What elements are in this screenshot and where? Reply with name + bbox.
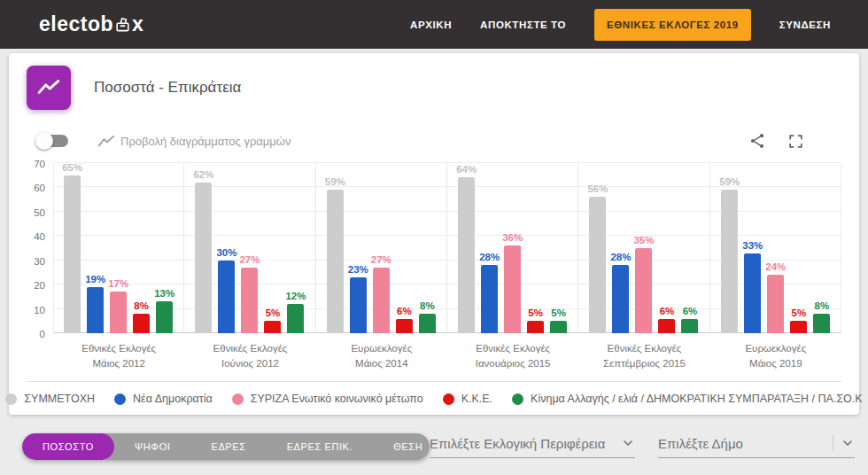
bar-value-label: 28% bbox=[610, 252, 631, 262]
logo-text-prefix: electob bbox=[39, 12, 113, 36]
tab-0[interactable]: ΠΟΣΟΣΤΟ bbox=[22, 433, 114, 460]
ballot-box-icon bbox=[114, 16, 131, 33]
bar-value-label: 59% bbox=[719, 176, 740, 187]
chevron-down-icon bbox=[621, 436, 635, 450]
chart-bar: 8% bbox=[133, 314, 150, 333]
chart-bar: 5% bbox=[264, 321, 281, 333]
chart-bar: 28% bbox=[481, 265, 498, 333]
bar-value-label: 59% bbox=[325, 176, 345, 187]
category-label: Εθνικές Εκλογές Μάιος 2012 bbox=[53, 333, 184, 370]
card-actions bbox=[748, 132, 804, 150]
bar-value-label: 6% bbox=[660, 306, 675, 316]
chart-bar: 6% bbox=[396, 319, 413, 333]
plot-area: 65%19%17%8%13%Εθνικές Εκλογές Μάιος 2012… bbox=[53, 163, 841, 370]
group-bars: 65%19%17%8%13% bbox=[53, 163, 184, 333]
tab-2[interactable]: ΕΔΡΕΣ bbox=[190, 433, 266, 460]
nav-item-3[interactable]: ΣΥΝΔΕΣΗ bbox=[779, 19, 831, 30]
logo[interactable]: electob x bbox=[39, 12, 143, 36]
bar-value-label: 6% bbox=[683, 306, 698, 316]
category-label: Εθνικές Εκλογές Ιανουάριος 2015 bbox=[447, 333, 578, 370]
chart-bar: 13% bbox=[156, 301, 173, 333]
y-axis: 010203040506070 bbox=[27, 163, 53, 333]
line-chart-toggle[interactable] bbox=[35, 132, 69, 150]
y-tick-label: 40 bbox=[34, 231, 45, 242]
filter-select-1[interactable]: Επιλέξτε Δήμο bbox=[658, 435, 855, 458]
chart-bar: 30% bbox=[218, 261, 235, 333]
legend-dot-icon bbox=[5, 393, 17, 405]
group-bars: 59%23%27%6%8% bbox=[316, 163, 447, 333]
legend-dot-icon bbox=[232, 393, 244, 405]
chart-bar: 5% bbox=[790, 321, 807, 333]
chart-bar: 62% bbox=[195, 183, 212, 333]
footer-controls: ΠΟΣΟΣΤΟΨΗΦΟΙΕΔΡΕΣΕΔΡΕΣ ΕΠΙΚ.ΘΕΣΗ Επιλέξτ… bbox=[22, 433, 855, 460]
card-title-row: Ποσοστά - Επικράτεια bbox=[27, 66, 841, 110]
group-bars: 56%28%35%6%6% bbox=[578, 163, 709, 333]
bar-value-label: 17% bbox=[108, 278, 128, 289]
bar-value-label: 5% bbox=[791, 308, 806, 318]
legend-dot-icon bbox=[443, 393, 454, 405]
tab-1[interactable]: ΨΗΦΟΙ bbox=[114, 433, 191, 460]
line-chart-icon bbox=[97, 135, 115, 148]
nav-item-1[interactable]: ΑΠΟΚΤΗΣΤΕ ΤΟ bbox=[480, 19, 566, 30]
legend-item: Νέα Δημοκρατία bbox=[114, 393, 213, 405]
nav-item-2[interactable]: ΕΘΝΙΚΕΣ ΕΚΛΟΓΕΣ 2019 bbox=[594, 9, 751, 41]
tab-4[interactable]: ΘΕΣΗ bbox=[373, 433, 430, 460]
legend-label: Νέα Δημοκρατία bbox=[133, 393, 213, 405]
fullscreen-icon[interactable] bbox=[787, 133, 804, 150]
bar-value-label: 8% bbox=[134, 300, 149, 311]
chart-bar: 36% bbox=[504, 245, 521, 333]
chart-bar: 28% bbox=[612, 265, 629, 333]
line-chart-icon bbox=[27, 66, 71, 110]
bar-value-label: 28% bbox=[479, 252, 500, 262]
chart-card: Ποσοστά - Επικράτεια Προβολή διαγράμματο… bbox=[9, 53, 859, 415]
bar-value-label: 23% bbox=[348, 264, 368, 275]
select-placeholder: Επιλέξτε Δήμο bbox=[658, 436, 824, 451]
bar-value-label: 64% bbox=[456, 164, 477, 175]
category-label: Ευρωεκλογές Μάιος 2019 bbox=[710, 333, 841, 370]
chart-controls: Προβολή διαγράμματος γραμμών bbox=[27, 131, 841, 151]
chart-group-1: 62%30%27%5%12%Εθνικές Εκλογές Ιούνιος 20… bbox=[184, 163, 315, 370]
group-bars: 62%30%27%5%12% bbox=[184, 163, 315, 333]
legend-label: ΣΥΜΜΕΤΟΧΗ bbox=[24, 393, 95, 405]
chart-bar: 8% bbox=[813, 314, 830, 333]
chart-group-3: 64%28%36%5%5%Εθνικές Εκλογές Ιανουάριος … bbox=[447, 163, 578, 370]
share-icon[interactable] bbox=[748, 132, 766, 150]
bar-value-label: 30% bbox=[216, 247, 236, 258]
chart-bar: 35% bbox=[635, 248, 652, 333]
legend-label: ΣΥΡΙΖΑ Ενωτικό κοινωνικό μέτωπο bbox=[251, 393, 423, 405]
bar-value-label: 12% bbox=[285, 291, 306, 301]
bar-value-label: 5% bbox=[528, 308, 543, 318]
logo-text-suffix: x bbox=[132, 12, 143, 36]
chart-bar: 64% bbox=[458, 177, 475, 333]
top-navbar: electob x ΑΡΧΙΚΗΑΠΟΚΤΗΣΤΕ ΤΟΕΘΝΙΚΕΣ ΕΚΛΟ… bbox=[0, 0, 868, 49]
filter-select-0[interactable]: Επιλέξτε Εκλογική Περιφέρεια bbox=[430, 435, 635, 458]
metric-tabs: ΠΟΣΟΣΤΟΨΗΦΟΙΕΔΡΕΣΕΔΡΕΣ ΕΠΙΚ.ΘΕΣΗ bbox=[22, 433, 430, 460]
chart-bar: 27% bbox=[373, 268, 390, 333]
chart-bar: 59% bbox=[721, 190, 738, 333]
chart-bar: 56% bbox=[589, 197, 606, 333]
bar-value-label: 8% bbox=[420, 300, 435, 311]
group-bars: 59%33%24%5%8% bbox=[710, 163, 841, 333]
toggle-label-text: Προβολή διαγράμματος γραμμών bbox=[120, 135, 291, 148]
legend-item: ΣΥΡΙΖΑ Ενωτικό κοινωνικό μέτωπο bbox=[232, 393, 423, 405]
chart-bar: 8% bbox=[419, 314, 436, 333]
chart-bar: 23% bbox=[350, 277, 367, 333]
legend-item: Κ.Κ.Ε. bbox=[443, 393, 492, 405]
y-tick-label: 70 bbox=[34, 159, 45, 169]
chart-group-5: 59%33%24%5%8%Ευρωεκλογές Μάιος 2019 bbox=[710, 163, 841, 370]
tab-3[interactable]: ΕΔΡΕΣ ΕΠΙΚ. bbox=[267, 433, 374, 460]
chart-bar: 27% bbox=[241, 268, 258, 333]
group-bars: 64%28%36%5%5% bbox=[447, 163, 578, 333]
chart-bar: 5% bbox=[527, 321, 544, 333]
y-tick-label: 30 bbox=[34, 256, 45, 267]
bar-value-label: 8% bbox=[814, 300, 829, 311]
nav-item-0[interactable]: ΑΡΧΙΚΗ bbox=[410, 19, 452, 30]
toggle-knob bbox=[35, 132, 53, 150]
bar-value-label: 65% bbox=[62, 162, 82, 173]
legend-item: ΣΥΜΜΕΤΟΧΗ bbox=[5, 393, 95, 405]
y-tick-label: 60 bbox=[34, 183, 45, 193]
chart-group-2: 59%23%27%6%8%Ευρωεκλογές Μάιος 2014 bbox=[316, 163, 447, 370]
legend-label: Κ.Κ.Ε. bbox=[461, 393, 492, 405]
chart-group-0: 65%19%17%8%13%Εθνικές Εκλογές Μάιος 2012 bbox=[53, 163, 184, 370]
bar-value-label: 62% bbox=[193, 169, 213, 180]
